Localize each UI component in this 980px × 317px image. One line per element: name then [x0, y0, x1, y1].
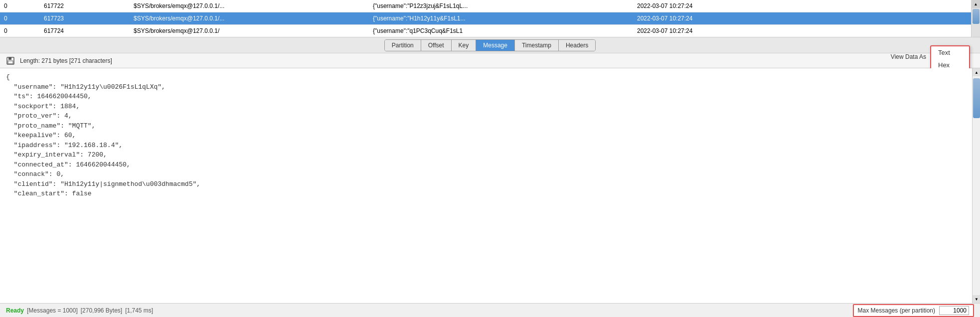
- status-ready: Ready: [6, 307, 24, 314]
- cell-timestamp: 2022-03-07 10:27:24: [633, 26, 733, 35]
- status-left: Ready [Messages = 1000] [270,996 Bytes] …: [6, 307, 153, 314]
- top-table: 0 617722 $SYS/brokers/emqx@127.0.0.1/...…: [0, 0, 980, 37]
- scroll-down-arrow[interactable]: ▼: [973, 295, 980, 303]
- view-data-as-label: View Data As: [891, 33, 926, 60]
- max-messages-input[interactable]: [939, 306, 969, 315]
- cell-topic: $SYS/brokers/emqx@127.0.0.1/...: [130, 14, 369, 23]
- table-row[interactable]: 0 617724 $SYS/brokers/emqx@127.0.0.1/ {"…: [0, 25, 971, 37]
- scroll-up-btn[interactable]: ▲: [972, 0, 980, 8]
- tab-offset[interactable]: Offset: [421, 40, 452, 51]
- scroll-up-arrow[interactable]: ▲: [973, 68, 980, 76]
- tab-partition[interactable]: Partition: [385, 40, 421, 51]
- scroll-thumb-main[interactable]: [973, 78, 980, 118]
- status-right: Max Messages (per partition): [853, 304, 974, 317]
- cell-timestamp: 2022-03-07 10:27:24: [633, 1, 733, 10]
- table-rows-container: 0 617722 $SYS/brokers/emqx@127.0.0.1/...…: [0, 0, 971, 37]
- cell-offset: 617724: [40, 26, 130, 35]
- cell-value: {"username":"H1h12y11y&F1sL1...: [369, 14, 633, 23]
- cell-offset: 617722: [40, 1, 130, 10]
- table-scrollbar[interactable]: ▲: [971, 0, 980, 37]
- status-messages-count: [Messages = 1000]: [27, 307, 78, 314]
- status-bar: Ready [Messages = 1000] [270,996 Bytes] …: [0, 303, 980, 317]
- tab-group: Partition Offset Key Message Timestamp H…: [384, 39, 596, 51]
- table-row[interactable]: 0 617723 $SYS/brokers/emqx@127.0.0.1/...…: [0, 12, 971, 25]
- table-row[interactable]: 0 617722 $SYS/brokers/emqx@127.0.0.1/...…: [0, 0, 971, 12]
- save-icon[interactable]: [6, 56, 15, 65]
- cell-num: 0: [0, 1, 40, 10]
- cell-num: 0: [0, 14, 40, 23]
- cell-offset: 617723: [40, 14, 130, 23]
- max-messages-label: Max Messages (per partition): [858, 307, 935, 314]
- cell-value: {"username":"q1PC3qCuq&F1sL1: [369, 26, 633, 35]
- tab-key[interactable]: Key: [452, 40, 477, 51]
- view-text-option[interactable]: Text: [931, 46, 969, 59]
- json-content-area[interactable]: { "username": "H1h12y11y\u0026F1sL1qLXq"…: [0, 68, 972, 303]
- tab-timestamp[interactable]: Timestamp: [515, 40, 559, 51]
- cell-num: 0: [0, 26, 40, 35]
- cell-value: {"username":"P12z3jzuj&F1sL1qL...: [369, 1, 633, 10]
- scroll-thumb[interactable]: [973, 9, 980, 24]
- cell-timestamp: 2022-03-07 10:27:24: [633, 14, 733, 23]
- svg-rect-2: [8, 61, 13, 64]
- info-length: Length: 271 bytes [271 characters]: [20, 57, 112, 64]
- cell-topic: $SYS/brokers/emqx@127.0.0.1/...: [130, 1, 369, 10]
- main-area: Partition Offset Key Message Timestamp H…: [0, 37, 980, 317]
- main-scrollbar[interactable]: ▲ ▼: [972, 68, 980, 303]
- info-bar: Length: 271 bytes [271 characters]: [0, 53, 980, 68]
- status-bytes-count: [270,996 Bytes]: [81, 307, 122, 314]
- cell-topic: $SYS/brokers/emqx@127.0.0.1/: [130, 26, 369, 35]
- table-area: 0 617722 $SYS/brokers/emqx@127.0.0.1/...…: [0, 0, 980, 37]
- status-ms-count: [1,745 ms]: [125, 307, 153, 314]
- tab-bar: Partition Offset Key Message Timestamp H…: [0, 37, 980, 53]
- tab-headers[interactable]: Headers: [559, 40, 595, 51]
- tab-message[interactable]: Message: [476, 40, 515, 51]
- svg-rect-1: [8, 57, 11, 60]
